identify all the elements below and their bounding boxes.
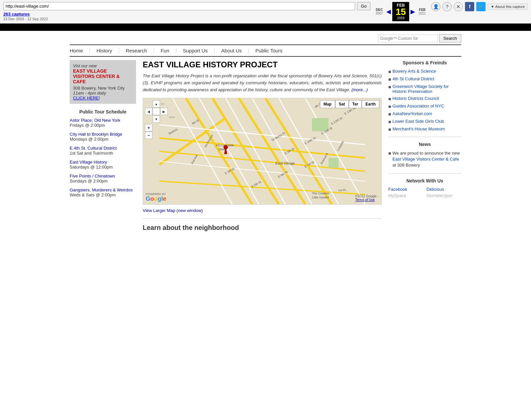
wayback-url-section: Go — [3, 2, 370, 10]
bullet-icon: ■ — [388, 84, 391, 90]
network-stumbleupon[interactable]: StumbleUpon — [426, 193, 461, 198]
list-item: E.4th St. Cultural District 1st Sat and … — [70, 146, 136, 156]
wayback-captures: 263 captures 23 Dec 2003 - 12 Sep 2022 — [3, 12, 370, 21]
captures-link[interactable]: 263 captures — [3, 12, 30, 17]
nav-about[interactable]: About Us — [215, 48, 249, 53]
map-right-button[interactable]: ▶ — [160, 108, 168, 115]
nav-history[interactable]: History — [90, 48, 119, 53]
search-input[interactable] — [378, 35, 438, 42]
bullet-icon: ■ — [388, 151, 391, 156]
network-facebook[interactable]: Facebook — [388, 187, 423, 192]
page-title: EAST VILLAGE HISTORY PROJECT — [143, 60, 382, 69]
list-item: ■ 4th St Cultural District — [388, 76, 461, 82]
sidebar-divider-2 — [388, 173, 461, 174]
list-item: ■ Historic Districts Council — [388, 96, 461, 102]
left-sidebar: Vist our new EAST VILLAGEVISITORS CENTER… — [70, 60, 136, 235]
map-earth-button[interactable]: Earth — [362, 100, 379, 108]
current-date-block: FEB 15 2009 — [392, 2, 409, 21]
user-icon[interactable]: 👤 — [431, 2, 440, 11]
wayback-url-input[interactable] — [3, 2, 355, 10]
tour-list: Astor Place; Old New York Fridays @ 2:00… — [70, 118, 136, 197]
network-delicious[interactable]: Delicious — [426, 187, 461, 192]
next-arrow-icon[interactable]: ▶ — [411, 8, 415, 15]
more-link[interactable]: (more...) — [351, 87, 368, 92]
twitter-icon[interactable]: 🐦 — [476, 2, 486, 11]
facebook-icon[interactable]: f — [465, 2, 474, 11]
sponsor-link-2[interactable]: 4th St Cultural District — [392, 76, 434, 81]
bullet-icon: ■ — [388, 77, 391, 82]
sponsor-link-4[interactable]: Historic Districts Council — [392, 96, 439, 101]
about-capture-label: About this capture — [495, 5, 525, 9]
search-button[interactable]: Search — [439, 34, 461, 42]
map-up-button[interactable]: ▲ — [153, 100, 160, 107]
terms-of-use-link[interactable]: Terms of Use — [355, 198, 375, 202]
sidebar-divider-1 — [388, 137, 461, 137]
list-item: Gangsters, Murderers & Weirdos Weds & Sa… — [70, 187, 136, 197]
sponsor-link-7[interactable]: Lower East Side Girls Club — [392, 119, 444, 124]
learn-section-title: Learn about the neighborhood — [143, 224, 382, 232]
map-zoom-out-button[interactable]: − — [145, 132, 152, 139]
sponsor-link-6[interactable]: AskaNewYorker.com — [392, 111, 432, 116]
map-svg: Bowery 4th St E 4th St E 5th St E 6th St… — [143, 98, 381, 204]
list-item: ■ Merchant's House Museum — [388, 126, 461, 132]
right-sidebar: Sponsors & Freinds ■ Bowery Arts & Scien… — [388, 60, 461, 235]
tour-link-2[interactable]: City Hall to Brooklyn Bridge — [70, 132, 122, 137]
list-item: ■ Guides Association of NYC — [388, 104, 461, 109]
svg-text:East Village: East Village — [275, 161, 295, 165]
tour-time-3: 1st Sat and Tue/month — [70, 151, 113, 156]
sponsor-link-8[interactable]: Merchant's House Museum — [392, 126, 445, 131]
map-down-button[interactable]: ▼ — [153, 115, 160, 123]
sponsor-link-1[interactable]: Bowery Arts & Science — [392, 69, 436, 74]
view-larger-map-link[interactable]: View Larger Map (new window) — [143, 208, 203, 213]
click-here-link[interactable]: CLICK HERE — [73, 96, 99, 101]
nav-bar: Home History Research Fun Support Us Abo… — [70, 44, 461, 57]
svg-text:NYU: NYU — [169, 116, 175, 119]
tour-link-6[interactable]: Gangsters, Murderers & Weirdos — [70, 187, 133, 192]
map-left-button[interactable]: ◀ — [145, 108, 152, 115]
list-item: ■ Greenwich Village Society for Historic… — [388, 84, 461, 94]
tour-time-5: Sundays @ 2:00pm — [70, 178, 108, 183]
map-center-button[interactable]: · — [153, 108, 160, 115]
close-icon[interactable]: ✕ — [454, 2, 463, 11]
network-title: Network With Us — [388, 178, 461, 183]
network-grid: Facebook Delicious MySpace StumbleUpon — [388, 187, 461, 198]
help-icon[interactable]: ? — [442, 2, 452, 11]
tour-link-4[interactable]: East Village History — [70, 160, 107, 165]
next-month-block: FEB 2011 — [417, 7, 428, 16]
nav-fun[interactable]: Fun — [154, 48, 176, 53]
tour-link-3[interactable]: E.4th St. Cultural District — [70, 146, 117, 151]
tour-schedule-title: Public Tour Schedule — [70, 109, 136, 114]
nav-home[interactable]: Home — [70, 48, 90, 53]
bullet-icon: ■ — [388, 96, 391, 102]
svg-text:Little Garden: Little Garden — [312, 196, 329, 199]
prev-month-label: DEC — [376, 8, 383, 12]
black-bar — [0, 24, 531, 31]
content-area: Vist our new EAST VILLAGEVISITORS CENTER… — [70, 57, 461, 238]
prev-year-label: 2007 — [376, 12, 383, 15]
news-title: News — [388, 142, 461, 147]
center-address: 308 Bowery, New York City — [73, 86, 133, 91]
map-toolbar: Map Sat Ter Earth — [320, 100, 379, 108]
nav-tours[interactable]: Public Tours — [249, 48, 289, 53]
svg-rect-18 — [329, 158, 339, 168]
network-myspace[interactable]: MySpace — [388, 193, 423, 198]
map-zoom-in-button[interactable]: + — [145, 124, 152, 131]
svg-text:La Pl...: La Pl... — [339, 188, 348, 192]
tour-link-5[interactable]: Five Points / Chinatown — [70, 174, 115, 178]
map-nav-controls: ▲ ◀ · ▶ ▼ + − — [145, 100, 168, 139]
nav-research[interactable]: Research — [119, 48, 154, 53]
map-ter-button[interactable]: Ter — [349, 100, 362, 108]
map-sat-button[interactable]: Sat — [335, 100, 349, 108]
tour-link-1[interactable]: Astor Place; Old New York — [70, 118, 120, 123]
sponsor-link-5[interactable]: Guides Association of NYC — [392, 104, 444, 108]
map-view-button[interactable]: Map — [320, 100, 335, 108]
news-item-1: ■ We are proud to announce the new East … — [388, 150, 461, 169]
prev-arrow-icon[interactable]: ◀ — [386, 8, 391, 15]
list-item: Five Points / Chinatown Sundays @ 2:00pm — [70, 174, 136, 183]
about-capture-button[interactable]: ▼ About this capture — [488, 3, 528, 10]
tour-time-4: Saturdays @ 12:00pm — [70, 165, 113, 170]
sponsor-link-3[interactable]: Greenwich Village Society for Historic P… — [392, 84, 461, 94]
wayback-go-button[interactable]: Go — [357, 2, 370, 10]
news-link-1[interactable]: East Village Visitors Center & Cafe — [392, 157, 459, 162]
nav-support[interactable]: Support Us — [176, 48, 215, 53]
